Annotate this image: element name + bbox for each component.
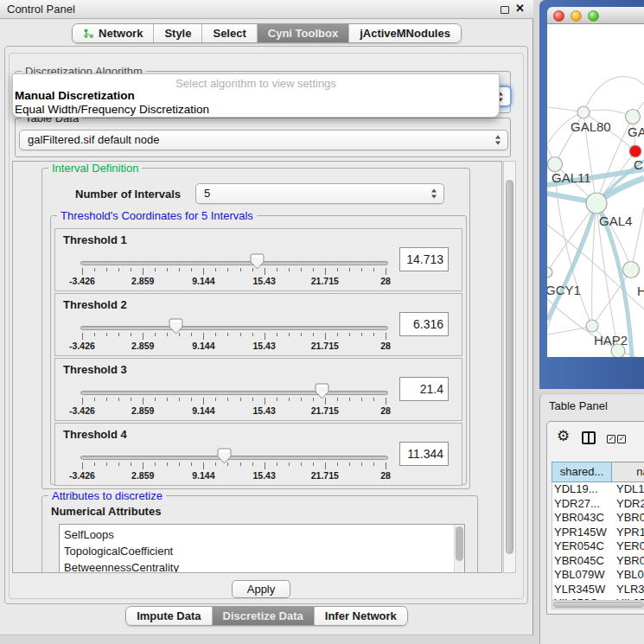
table-row[interactable]: YBR043CYBR043C xyxy=(552,511,644,526)
threshold-value-field[interactable]: 14.713 xyxy=(399,247,449,271)
table-horizontal-scrollbar[interactable] xyxy=(552,600,644,609)
cell-shared-name[interactable]: YBL079W xyxy=(552,568,613,583)
popup-item-equal-width-frequency-discretization[interactable]: Equal Width/Frequency Discretization xyxy=(13,103,499,117)
tab-style[interactable]: Style xyxy=(153,24,201,42)
slider-thumb[interactable] xyxy=(217,448,232,464)
slider-tick xyxy=(167,462,168,466)
tab-select[interactable]: Select xyxy=(201,24,256,42)
network-canvas[interactable]: GAL80GACGAL11GAL4GCY1HHAP2 xyxy=(547,24,644,357)
network-node-hap2[interactable] xyxy=(586,320,598,332)
network-node-label: GA xyxy=(628,124,644,139)
column-header-name[interactable]: name xyxy=(612,462,644,482)
threshold-slider[interactable] xyxy=(80,456,388,460)
threshold-value-field[interactable]: 21.4 xyxy=(399,377,449,401)
network-node-gal80[interactable] xyxy=(577,106,590,118)
numerical-attributes-list[interactable]: SelfLoopsTopologicalCoefficientBetweenne… xyxy=(59,524,465,573)
mac-minimize-icon[interactable] xyxy=(571,10,582,22)
tab-impute-data[interactable]: Impute Data xyxy=(126,607,211,625)
tab-discretize-data[interactable]: Discretize Data xyxy=(212,607,314,625)
column-header-shared-name[interactable]: shared... xyxy=(552,462,612,482)
checkbox-icon[interactable]: ✓ xyxy=(617,435,626,443)
popup-item-manual-discretization[interactable]: Manual Discretization xyxy=(13,89,499,103)
network-node-ga[interactable] xyxy=(626,110,641,124)
cell-shared-name[interactable]: YER054C xyxy=(552,539,613,554)
cell-name[interactable]: YBR043C xyxy=(613,511,644,526)
cell-name[interactable]: YLR345W xyxy=(613,583,644,597)
tab-cyni-toolbox[interactable]: Cyni Toolbox xyxy=(257,24,348,42)
scrollbar-thumb[interactable] xyxy=(456,526,463,561)
tab-jactivemnodules[interactable]: jActiveMNodules xyxy=(348,24,461,42)
slider-tick xyxy=(289,398,290,401)
attribute-item-selfloops[interactable]: SelfLoops xyxy=(60,526,464,543)
mac-close-icon[interactable] xyxy=(553,10,564,22)
cell-shared-name[interactable]: YPR145W xyxy=(552,526,613,540)
attributes-list-scrollbar[interactable] xyxy=(454,525,464,573)
slider-tick xyxy=(191,333,192,336)
close-icon[interactable]: ✕ xyxy=(515,2,525,15)
cell-name[interactable]: YDL19... xyxy=(613,482,644,497)
scrollbar-thumb[interactable] xyxy=(506,180,513,554)
table-row[interactable]: YDL19...YDL19... xyxy=(552,482,644,497)
slider-tick xyxy=(227,333,228,336)
tab-network[interactable]: Network xyxy=(73,24,153,42)
slider-tick xyxy=(277,398,277,401)
network-node-h[interactable] xyxy=(623,262,640,278)
slider-thumb[interactable] xyxy=(315,383,329,399)
slider-tick xyxy=(179,333,180,336)
slider-tick xyxy=(313,398,314,401)
table-row[interactable]: YBR045CYBR045C xyxy=(552,554,644,569)
checkbox-icon[interactable]: ✓ xyxy=(607,435,615,443)
cell-shared-name[interactable]: YBR045C xyxy=(552,554,613,569)
table-data-select[interactable]: galFiltered.sif default node xyxy=(19,130,508,150)
cell-name[interactable]: YPR145W xyxy=(613,526,644,540)
threshold-value-field[interactable]: 11.344 xyxy=(399,442,449,466)
threshold-slider[interactable] xyxy=(80,391,388,395)
network-node[interactable] xyxy=(611,344,625,357)
slider-tick xyxy=(118,398,119,401)
threshold-slider[interactable] xyxy=(80,261,388,265)
scrollbar-thumb[interactable] xyxy=(553,602,644,608)
table-panel-body: ⚙ ✓ ✓ shared...name YDL19...YDL19...YDR2… xyxy=(546,421,644,615)
network-node-c[interactable] xyxy=(629,145,641,157)
network-edge[interactable] xyxy=(583,77,644,112)
network-edge[interactable] xyxy=(631,207,644,270)
float-window-icon[interactable] xyxy=(501,6,509,14)
slider-tick-label: -3.426 xyxy=(69,276,95,286)
cell-shared-name[interactable]: YDL19... xyxy=(552,482,613,497)
threshold-slider[interactable] xyxy=(80,326,388,330)
apply-button[interactable]: Apply xyxy=(232,580,290,598)
slider-tick xyxy=(227,462,228,466)
threshold-row: Threshold 3 -3.4262.8599.14415.4321.7152… xyxy=(54,358,462,421)
slider-tick xyxy=(265,268,265,275)
table-row[interactable]: YDR27...YDR27... xyxy=(552,497,644,512)
cell-shared-name[interactable]: YLR345W xyxy=(552,583,613,597)
network-node-gcy1[interactable] xyxy=(547,267,552,277)
threshold-value-field[interactable]: 6.316 xyxy=(399,312,449,336)
settings-vertical-scrollbar[interactable] xyxy=(503,161,516,573)
cell-name[interactable]: YER054C xyxy=(613,539,644,554)
slider-tick xyxy=(203,398,204,405)
slider-tick xyxy=(301,333,302,336)
slider-tick-label: 28 xyxy=(380,341,391,351)
slider-thumb[interactable] xyxy=(169,318,183,335)
network-node-gal4[interactable] xyxy=(586,193,607,214)
attribute-item-topologicalcoefficient[interactable]: TopologicalCoefficient xyxy=(60,543,464,559)
table-row[interactable]: YLR345WYLR345W xyxy=(552,583,644,597)
attribute-item-betweennesscentrality[interactable]: BetweennessCentrality xyxy=(60,559,464,573)
network-node-gal11[interactable] xyxy=(548,157,563,172)
settings-gear-icon[interactable]: ⚙ xyxy=(557,429,570,443)
cell-shared-name[interactable]: YDR27... xyxy=(552,497,613,512)
network-edge[interactable] xyxy=(555,164,592,326)
cell-name[interactable]: YDR27... xyxy=(613,497,644,512)
table-row[interactable]: YPR145WYPR145W xyxy=(552,526,644,540)
table-row[interactable]: YER054CYER054C xyxy=(552,539,644,554)
cell-name[interactable]: YBL079W xyxy=(613,568,644,583)
tab-infer-network[interactable]: Infer Network xyxy=(314,607,407,625)
mac-zoom-icon[interactable] xyxy=(588,10,599,22)
cell-shared-name[interactable]: YBR043C xyxy=(552,511,613,526)
number-of-intervals-select[interactable]: 5 xyxy=(195,183,444,204)
table-row[interactable]: YBL079WYBL079W xyxy=(552,568,644,583)
split-columns-icon[interactable] xyxy=(582,431,596,444)
network-edge[interactable] xyxy=(547,203,596,272)
cell-name[interactable]: YBR045C xyxy=(613,554,644,569)
